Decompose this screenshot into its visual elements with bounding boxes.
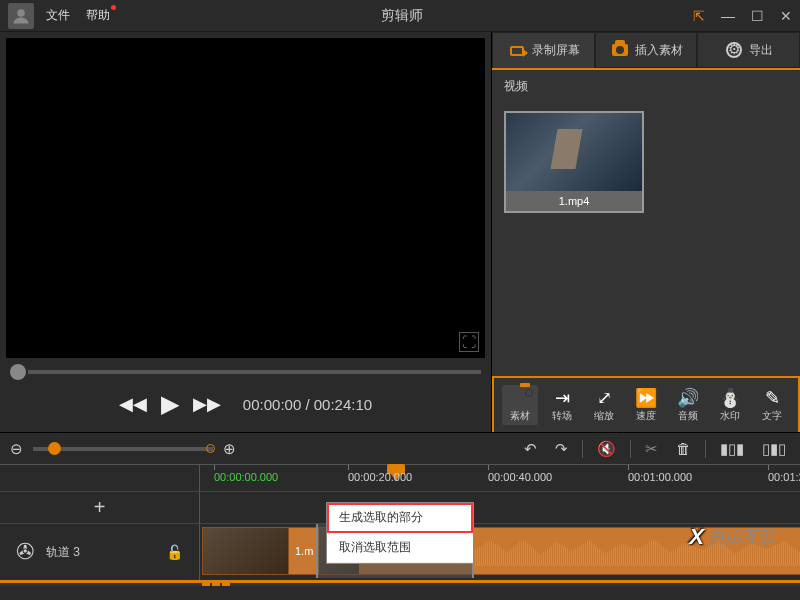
tool-material[interactable]: 素材 [502, 385, 538, 425]
zoom-icon: ⤢ [586, 387, 622, 409]
fullscreen-icon[interactable]: ⛶ [459, 332, 479, 352]
zoom-slider-knob[interactable] [48, 442, 61, 455]
zoom-slider[interactable] [33, 447, 213, 451]
maximize-button[interactable]: ☐ [751, 8, 764, 24]
tab-record-screen[interactable]: 录制屏幕 [492, 32, 595, 68]
folder-icon [502, 387, 538, 409]
thumbnail-label: 1.mp4 [506, 191, 642, 211]
app-title: 剪辑师 [110, 7, 693, 25]
zoom-in-button[interactable]: ⊕ [223, 440, 236, 458]
levels2-button[interactable]: ▯▮▯ [758, 440, 790, 458]
redo-button[interactable]: ↷ [551, 440, 572, 458]
seek-bar[interactable] [10, 364, 481, 380]
track-name: 轨道 3 [46, 544, 80, 561]
clip-name: 1.m [289, 545, 319, 557]
close-button[interactable]: ✕ [780, 8, 792, 24]
seek-handle[interactable] [10, 364, 26, 380]
cut-button[interactable]: ✂ [641, 440, 662, 458]
timeline-ruler[interactable]: 00:00:00.000 00:00:20.000 00:00:40.000 0… [200, 465, 800, 491]
video-preview[interactable]: ⛶ [6, 38, 485, 358]
play-button[interactable]: ▶ [161, 390, 179, 418]
tab-export-label: 导出 [749, 42, 773, 59]
speed-icon: ⏩ [628, 387, 664, 409]
lock-icon[interactable]: 🔓 [166, 544, 183, 560]
context-cancel-selection[interactable]: 取消选取范围 [327, 533, 473, 563]
undo-button[interactable]: ↶ [520, 440, 541, 458]
add-track-button[interactable]: + [0, 492, 200, 524]
tool-audio[interactable]: 🔊音频 [670, 387, 706, 423]
popout-icon[interactable]: ⇱ [693, 8, 705, 24]
prev-button[interactable]: ◀◀ [119, 393, 147, 415]
menu-file[interactable]: 文件 [46, 7, 70, 24]
ruler-tick: 00:00:40.000 [488, 471, 552, 483]
thumbnail-image [506, 113, 642, 191]
ruler-tick: 00:01:20.000 [768, 471, 800, 483]
ruler-tick: 00:00:20.000 [348, 471, 412, 483]
asset-thumbnail[interactable]: 1.mp4 [504, 111, 644, 213]
mute-button[interactable]: 🔇 [593, 440, 620, 458]
delete-button[interactable]: 🗑 [672, 440, 695, 457]
tab-export[interactable]: 导出 [697, 32, 800, 68]
plus-icon: + [94, 496, 106, 519]
tool-transition[interactable]: ⇥转场 [544, 387, 580, 423]
zoom-out-button[interactable]: ⊖ [10, 440, 23, 458]
stamp-icon: ⛄ [712, 387, 748, 409]
assets-section-label: 视频 [492, 70, 800, 103]
pencil-icon: ✎ [754, 387, 790, 409]
tab-insert-label: 插入素材 [635, 42, 683, 59]
transition-icon: ⇥ [544, 387, 580, 409]
tab-record-label: 录制屏幕 [532, 42, 580, 59]
minimize-button[interactable]: — [721, 8, 735, 24]
svg-point-0 [17, 9, 25, 17]
tool-watermark[interactable]: ⛄水印 [712, 387, 748, 423]
ruler-tick: 00:01:00.000 [628, 471, 692, 483]
tool-speed[interactable]: ⏩速度 [628, 387, 664, 423]
film-icon: ✇ [16, 539, 34, 565]
time-display: 00:00:00 / 00:24:10 [243, 396, 372, 413]
track-body[interactable]: 1.m [200, 524, 800, 580]
next-button[interactable]: ▶▶ [193, 393, 221, 415]
context-generate-selection[interactable]: 生成选取的部分 [327, 503, 473, 533]
audio-icon: 🔊 [670, 387, 706, 409]
clip-thumbnail [203, 528, 289, 574]
camera-icon [610, 42, 630, 58]
levels1-button[interactable]: ▮▯▮ [716, 440, 748, 458]
tool-text[interactable]: ✎文字 [754, 387, 790, 423]
context-menu: 生成选取的部分 取消选取范围 [326, 502, 474, 564]
tab-insert-material[interactable]: 插入素材 [595, 32, 698, 68]
user-avatar[interactable] [8, 3, 34, 29]
film-reel-icon [724, 42, 744, 58]
tool-zoom[interactable]: ⤢缩放 [586, 387, 622, 423]
camcorder-icon [507, 43, 527, 59]
ruler-tick: 00:00:00.000 [214, 471, 278, 483]
menu-help[interactable]: 帮助 [86, 7, 110, 24]
track-header[interactable]: ✇ 轨道 3 🔓 [0, 524, 200, 580]
